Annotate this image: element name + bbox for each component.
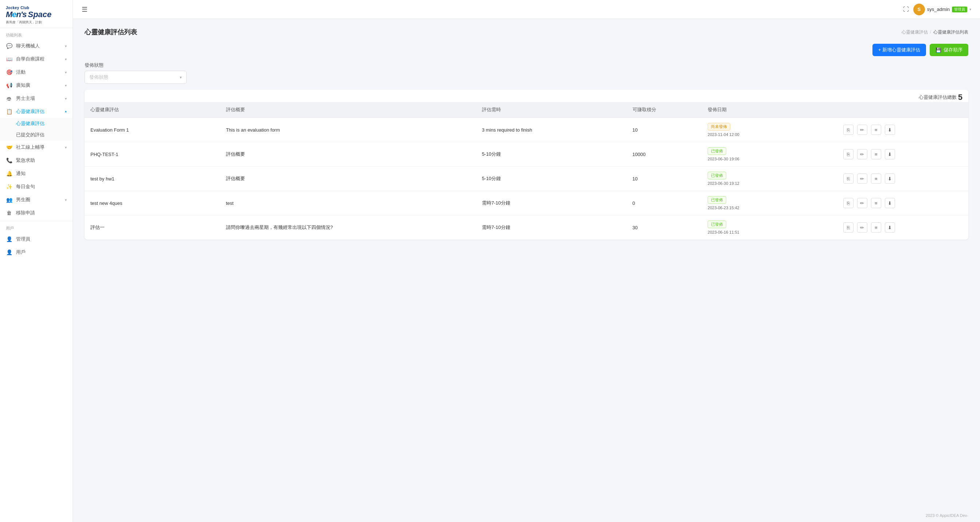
filter-select-arrow: ▾ bbox=[180, 75, 182, 80]
logo-subtitle: 賽馬會「再關男天」計劃 bbox=[6, 20, 42, 25]
edit-button-4[interactable]: ✏ bbox=[857, 222, 867, 232]
cell-actions-1: ⎘ ✏ ≡ ⬇ bbox=[837, 142, 968, 167]
col-header-summary: 評估概要 bbox=[220, 102, 476, 118]
col-header-name: 心靈健康評估 bbox=[84, 102, 220, 118]
sidebar-item-online-counsel[interactable]: 🤝 社工線上輔導 ▾ bbox=[0, 141, 73, 154]
table-count-label: 心靈健康評估總數 bbox=[919, 94, 957, 100]
edit-button-1[interactable]: ✏ bbox=[857, 149, 867, 159]
sidebar-item-user[interactable]: 👤 用戶 bbox=[0, 246, 73, 259]
filter-label: 發佈狀態 bbox=[84, 62, 968, 68]
hamburger-menu[interactable]: ☰ bbox=[82, 5, 88, 13]
date-text-1: 2023-06-30 19:06 bbox=[708, 157, 832, 161]
sidebar-section-label: 功能列表 bbox=[0, 28, 73, 39]
status-badge-0: 尚未發佈 bbox=[708, 123, 730, 130]
chevron-self-learn: ▾ bbox=[65, 57, 67, 61]
sidebar-item-remove-app[interactable]: 🗑 移除申請 bbox=[0, 206, 73, 220]
sidebar-item-mental-eval[interactable]: 📋 心靈健康評估 ▾ bbox=[0, 105, 73, 118]
copy-button-3[interactable]: ⎘ bbox=[843, 198, 853, 208]
cell-summary-3: test bbox=[220, 191, 476, 215]
logo-jockey: Jockey Club bbox=[6, 6, 29, 10]
filter-select[interactable]: 發佈狀態 ▾ bbox=[84, 71, 187, 84]
sidebar-label-chat-robot: 聊天機械人 bbox=[16, 43, 40, 49]
list-button-3[interactable]: ≡ bbox=[871, 198, 881, 208]
admin-dropdown-arrow[interactable]: ▾ bbox=[969, 7, 971, 11]
sidebar-item-emergency[interactable]: 📞 緊急求助 bbox=[0, 154, 73, 167]
sidebar-sub-item-mental-eval-list[interactable]: 心靈健康評估 bbox=[0, 118, 73, 129]
sidebar-item-self-learn[interactable]: 📖 自學自療課程 ▾ bbox=[0, 53, 73, 65]
sidebar-item-daily-quote[interactable]: ✨ 每日金句 bbox=[0, 180, 73, 193]
cell-time-0: 3 mins required to finish bbox=[476, 118, 627, 142]
mens-arena-icon: 🏟 bbox=[6, 95, 13, 101]
status-badge-3: 已發佈 bbox=[708, 196, 726, 204]
footer-bar: 2023 © AppicIDEA Dev- bbox=[73, 509, 980, 522]
edit-button-3[interactable]: ✏ bbox=[857, 198, 867, 208]
cell-date-2: 已發佈 2023-06-30 19:12 bbox=[702, 167, 837, 191]
cell-date-3: 已發佈 2023-06-23 15:42 bbox=[702, 191, 837, 215]
cell-score-3: 0 bbox=[627, 191, 702, 215]
status-badge-2: 已發佈 bbox=[708, 172, 726, 179]
cell-time-1: 5-10分鐘 bbox=[476, 142, 627, 167]
add-evaluation-button[interactable]: + 新增心靈健康評估 bbox=[872, 44, 926, 56]
sidebar-item-notice-board[interactable]: 📢 廣知廣 ▾ bbox=[0, 79, 73, 92]
sidebar-item-mens-circle[interactable]: 👥 男生圈 ▾ bbox=[0, 193, 73, 206]
status-badge-1: 已發佈 bbox=[708, 147, 726, 155]
date-text-4: 2023-06-16 11:51 bbox=[708, 230, 832, 234]
sidebar-label-daily-quote: 每日金句 bbox=[16, 183, 35, 190]
sidebar-item-activity[interactable]: 🎯 活動 ▾ bbox=[0, 65, 73, 79]
sidebar-divider bbox=[0, 221, 73, 221]
download-button-1[interactable]: ⬇ bbox=[885, 149, 895, 159]
copy-button-1[interactable]: ⎘ bbox=[843, 149, 853, 159]
download-button-4[interactable]: ⬇ bbox=[885, 222, 895, 232]
copy-button-0[interactable]: ⎘ bbox=[843, 125, 853, 135]
save-order-button[interactable]: 💾 儲存順序 bbox=[930, 44, 968, 56]
table-header-row: 心靈健康評估 評估概要 評估需時 可賺取積分 發佈日期 bbox=[84, 102, 968, 118]
filter-select-value: 發佈狀態 bbox=[89, 74, 108, 81]
cell-actions-2: ⎘ ✏ ≡ ⬇ bbox=[837, 167, 968, 191]
edit-button-2[interactable]: ✏ bbox=[857, 173, 867, 184]
list-button-0[interactable]: ≡ bbox=[871, 125, 881, 135]
sidebar-label-notice-board: 廣知廣 bbox=[16, 82, 30, 89]
fullscreen-button[interactable]: ⛶ bbox=[903, 6, 909, 13]
list-button-1[interactable]: ≡ bbox=[871, 149, 881, 159]
chevron-mental-eval: ▾ bbox=[65, 110, 67, 114]
breadcrumb-parent[interactable]: 心靈健康評估 bbox=[902, 29, 928, 35]
sidebar-label-mens-arena: 男士主場 bbox=[16, 95, 35, 102]
breadcrumb: 心靈健康評估 / 心靈健康評估列表 bbox=[902, 29, 968, 35]
download-button-3[interactable]: ⬇ bbox=[885, 198, 895, 208]
sidebar-label-user: 用戶 bbox=[16, 249, 25, 256]
download-button-0[interactable]: ⬇ bbox=[885, 125, 895, 135]
online-counsel-icon: 🤝 bbox=[6, 144, 13, 150]
admin-icon: 👤 bbox=[6, 236, 13, 242]
table-row: PHQ-TEST-1 評估概要 5-10分鐘 10000 已發佈 2023-06… bbox=[84, 142, 968, 167]
mental-eval-icon: 📋 bbox=[6, 109, 13, 115]
sidebar-item-admin[interactable]: 👤 管理員 bbox=[0, 232, 73, 246]
self-learn-icon: 📖 bbox=[6, 56, 13, 62]
cell-score-2: 10 bbox=[627, 167, 702, 191]
date-text-2: 2023-06-30 19:12 bbox=[708, 181, 832, 186]
copy-button-2[interactable]: ⎘ bbox=[843, 173, 853, 184]
sidebar-item-notice[interactable]: 🔔 通知 bbox=[0, 167, 73, 180]
sidebar-label-emergency: 緊急求助 bbox=[16, 157, 35, 164]
chevron-activity: ▾ bbox=[65, 70, 67, 74]
user-icon: 👤 bbox=[6, 249, 13, 255]
sidebar: Jockey Club Men's Space 賽馬會「再關男天」計劃 功能列表… bbox=[0, 0, 73, 522]
cell-score-4: 30 bbox=[627, 215, 702, 240]
edit-button-0[interactable]: ✏ bbox=[857, 125, 867, 135]
cell-actions-0: ⎘ ✏ ≡ ⬇ bbox=[837, 118, 968, 142]
sidebar-label-remove-app: 移除申請 bbox=[16, 210, 35, 216]
col-header-time: 評估需時 bbox=[476, 102, 627, 118]
copy-button-4[interactable]: ⎘ bbox=[843, 222, 853, 232]
avatar: S bbox=[913, 4, 925, 15]
list-button-2[interactable]: ≡ bbox=[871, 173, 881, 184]
cell-score-1: 10000 bbox=[627, 142, 702, 167]
breadcrumb-separator: / bbox=[930, 30, 931, 35]
list-button-4[interactable]: ≡ bbox=[871, 222, 881, 232]
main-wrapper: ☰ ⛶ S sys_admin 管理員 ▾ 心靈健康評估列表 心靈健康評估 / … bbox=[73, 0, 980, 522]
cell-summary-4: 請問你嚟過去兩星期，有幾經常出現以下四個情況? bbox=[220, 215, 476, 240]
table-count-number: 5 bbox=[958, 92, 963, 102]
col-header-date: 發佈日期 bbox=[702, 102, 837, 118]
sidebar-item-mens-arena[interactable]: 🏟 男士主場 ▾ bbox=[0, 92, 73, 105]
sidebar-item-chat-robot[interactable]: 💬 聊天機械人 ▾ bbox=[0, 39, 73, 53]
sidebar-sub-item-submitted-eval[interactable]: 已提交的評估 bbox=[0, 129, 73, 141]
download-button-2[interactable]: ⬇ bbox=[885, 173, 895, 184]
